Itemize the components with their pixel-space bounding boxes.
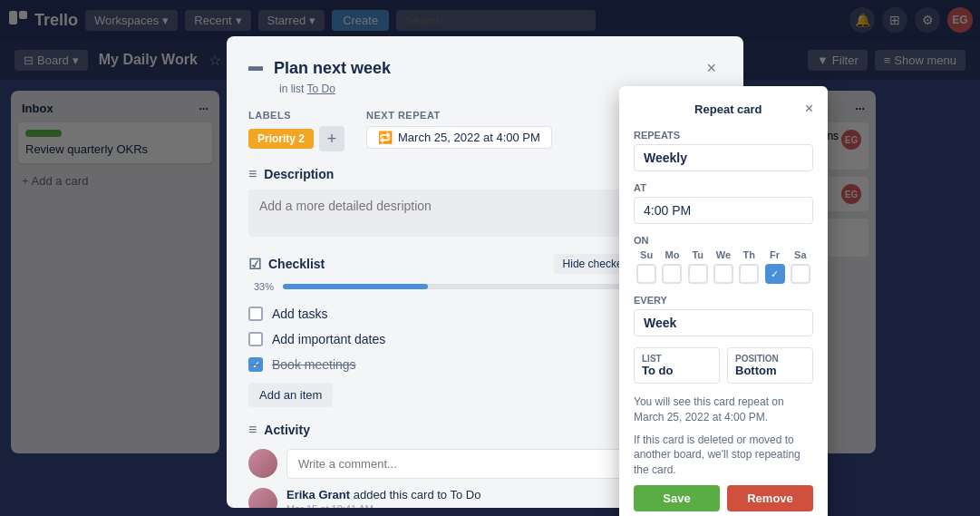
repeat-icon: 🔁 — [378, 131, 393, 144]
close-button[interactable]: × — [701, 58, 722, 78]
repeat-button-row: Save Remove — [634, 485, 813, 511]
card-icon: ▬ — [248, 58, 263, 74]
on-section: On Su Mo Tu We Th Fr Sa ✓ — [634, 235, 813, 284]
repeats-value: Weekly — [634, 144, 813, 171]
every-section: Every Week — [634, 295, 813, 336]
repeats-section: Repeats Weekly — [634, 130, 813, 171]
next-repeat-section: Next repeat 🔁 March 25, 2022 at 4:00 PM — [366, 110, 552, 151]
priority-label[interactable]: Priority 2 — [248, 129, 314, 149]
repeat-popup: Repeat card × Repeats Weekly At On Su Mo… — [619, 86, 828, 516]
repeat-footer-text2: If this card is deleted or moved to anot… — [634, 433, 813, 478]
list-field: List To do — [634, 347, 720, 384]
repeat-popup-close[interactable]: × — [805, 101, 813, 117]
day-th[interactable] — [739, 264, 759, 284]
next-repeat-button[interactable]: 🔁 March 25, 2022 at 4:00 PM — [366, 126, 552, 149]
labels-section: Labels Priority 2 + — [248, 110, 344, 151]
description-icon: ≡ — [248, 166, 257, 182]
remove-button[interactable]: Remove — [727, 485, 813, 511]
day-sa[interactable] — [791, 264, 810, 284]
checkbox-3[interactable]: ✓ — [248, 357, 263, 372]
position-field: Position Bottom — [727, 347, 813, 384]
repeat-footer-text: You will see this card repeat on March 2… — [634, 394, 813, 425]
checkbox-1[interactable] — [248, 307, 263, 321]
every-value: Week — [634, 309, 813, 336]
card-title: Plan next week — [274, 58, 690, 79]
list-link[interactable]: To Do — [306, 83, 335, 95]
activity-icon: ≡ — [248, 422, 257, 438]
card-modal-header: ▬ Plan next week × — [248, 58, 722, 79]
checklist-title: ☑ Checklist — [248, 256, 325, 273]
activity-content: Erika Grant added this card to To Do Mar… — [286, 488, 480, 508]
checkbox-2[interactable] — [248, 332, 263, 346]
day-we[interactable] — [713, 264, 733, 284]
checklist-icon: ☑ — [248, 256, 261, 273]
day-fr[interactable]: ✓ — [765, 264, 785, 284]
repeat-popup-title: Repeat card — [652, 102, 805, 116]
add-label-button[interactable]: + — [319, 126, 344, 151]
day-tu[interactable] — [688, 264, 708, 284]
day-mo[interactable] — [662, 264, 682, 284]
day-checkboxes: ✓ — [634, 264, 813, 284]
add-item-button[interactable]: Add an item — [248, 383, 333, 407]
comment-avatar — [248, 449, 277, 478]
day-headers: Su Mo Tu We Th Fr Sa — [634, 249, 813, 260]
day-su[interactable] — [636, 264, 656, 284]
day-grid: Su Mo Tu We Th Fr Sa ✓ — [634, 249, 813, 284]
progress-percent: 33% — [248, 281, 274, 292]
at-section: At — [634, 182, 813, 224]
at-time-input[interactable] — [634, 197, 813, 224]
repeat-popup-header: Repeat card × — [634, 101, 813, 117]
activity-avatar — [248, 488, 277, 508]
list-position-row: List To do Position Bottom — [634, 347, 813, 384]
progress-fill — [283, 284, 428, 289]
save-button[interactable]: Save — [634, 485, 720, 511]
